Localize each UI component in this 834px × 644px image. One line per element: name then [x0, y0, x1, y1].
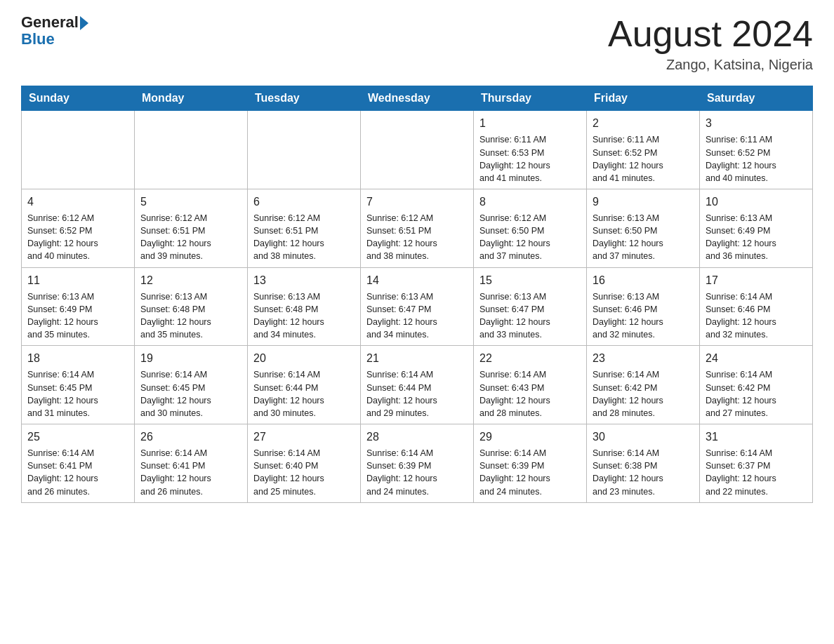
day-number: 2 — [593, 115, 694, 131]
day-info: Sunrise: 6:14 AM Sunset: 6:38 PM Dayligh… — [593, 447, 694, 498]
day-number: 8 — [479, 194, 581, 210]
col-header-tuesday: Tuesday — [248, 86, 361, 111]
calendar-cell: 23Sunrise: 6:14 AM Sunset: 6:42 PM Dayli… — [587, 346, 700, 424]
month-title: August 2024 — [608, 14, 813, 54]
day-info: Sunrise: 6:14 AM Sunset: 6:44 PM Dayligh… — [366, 368, 468, 420]
col-header-thursday: Thursday — [474, 86, 587, 111]
calendar-cell: 25Sunrise: 6:14 AM Sunset: 6:41 PM Dayli… — [22, 424, 135, 502]
day-info: Sunrise: 6:14 AM Sunset: 6:44 PM Dayligh… — [253, 368, 355, 420]
day-number: 25 — [27, 429, 128, 445]
calendar-cell: 30Sunrise: 6:14 AM Sunset: 6:38 PM Dayli… — [587, 424, 700, 502]
calendar-cell — [361, 111, 474, 189]
day-info: Sunrise: 6:12 AM Sunset: 6:51 PM Dayligh… — [253, 212, 355, 263]
day-number: 31 — [706, 429, 807, 445]
day-number: 11 — [27, 272, 128, 288]
day-number: 3 — [706, 115, 807, 131]
calendar-cell: 6Sunrise: 6:12 AM Sunset: 6:51 PM Daylig… — [248, 189, 361, 267]
col-header-wednesday: Wednesday — [361, 86, 474, 111]
day-info: Sunrise: 6:12 AM Sunset: 6:51 PM Dayligh… — [366, 212, 468, 263]
day-info: Sunrise: 6:11 AM Sunset: 6:52 PM Dayligh… — [706, 133, 807, 185]
day-info: Sunrise: 6:14 AM Sunset: 6:42 PM Dayligh… — [706, 368, 807, 420]
calendar-cell: 2Sunrise: 6:11 AM Sunset: 6:52 PM Daylig… — [587, 111, 700, 189]
calendar-cell: 24Sunrise: 6:14 AM Sunset: 6:42 PM Dayli… — [700, 346, 813, 424]
calendar-cell: 29Sunrise: 6:14 AM Sunset: 6:39 PM Dayli… — [474, 424, 587, 502]
day-info: Sunrise: 6:13 AM Sunset: 6:47 PM Dayligh… — [366, 290, 468, 342]
day-number: 27 — [253, 429, 355, 445]
day-info: Sunrise: 6:13 AM Sunset: 6:46 PM Dayligh… — [593, 290, 694, 342]
location-text: Zango, Katsina, Nigeria — [608, 57, 813, 73]
day-info: Sunrise: 6:14 AM Sunset: 6:45 PM Dayligh… — [140, 368, 241, 420]
calendar-week-row: 1Sunrise: 6:11 AM Sunset: 6:53 PM Daylig… — [22, 111, 813, 189]
calendar-cell: 7Sunrise: 6:12 AM Sunset: 6:51 PM Daylig… — [361, 189, 474, 267]
day-info: Sunrise: 6:11 AM Sunset: 6:53 PM Dayligh… — [479, 133, 581, 185]
day-info: Sunrise: 6:12 AM Sunset: 6:50 PM Dayligh… — [479, 212, 581, 263]
day-number: 1 — [479, 115, 581, 131]
calendar-cell: 28Sunrise: 6:14 AM Sunset: 6:39 PM Dayli… — [361, 424, 474, 502]
calendar-cell: 9Sunrise: 6:13 AM Sunset: 6:50 PM Daylig… — [587, 189, 700, 267]
day-info: Sunrise: 6:13 AM Sunset: 6:49 PM Dayligh… — [27, 290, 128, 342]
day-number: 21 — [366, 350, 468, 366]
day-info: Sunrise: 6:13 AM Sunset: 6:48 PM Dayligh… — [253, 290, 355, 342]
logo-text-general: General — [21, 14, 79, 31]
title-block: August 2024 Zango, Katsina, Nigeria — [608, 14, 813, 73]
calendar-cell: 20Sunrise: 6:14 AM Sunset: 6:44 PM Dayli… — [248, 346, 361, 424]
logo-text-blue: Blue — [21, 31, 88, 48]
logo-arrow-icon — [80, 16, 88, 30]
calendar-cell — [22, 111, 135, 189]
day-info: Sunrise: 6:14 AM Sunset: 6:45 PM Dayligh… — [27, 368, 128, 420]
day-number: 6 — [253, 194, 355, 210]
calendar-cell — [248, 111, 361, 189]
day-number: 20 — [253, 350, 355, 366]
calendar-cell: 3Sunrise: 6:11 AM Sunset: 6:52 PM Daylig… — [700, 111, 813, 189]
day-number: 12 — [140, 272, 241, 288]
calendar-cell: 17Sunrise: 6:14 AM Sunset: 6:46 PM Dayli… — [700, 267, 813, 346]
day-info: Sunrise: 6:14 AM Sunset: 6:42 PM Dayligh… — [593, 368, 694, 420]
calendar-cell: 11Sunrise: 6:13 AM Sunset: 6:49 PM Dayli… — [22, 267, 135, 346]
day-number: 14 — [366, 272, 468, 288]
day-number: 10 — [706, 194, 807, 210]
day-number: 7 — [366, 194, 468, 210]
day-info: Sunrise: 6:14 AM Sunset: 6:43 PM Dayligh… — [479, 368, 581, 420]
day-number: 24 — [706, 350, 807, 366]
calendar-cell — [135, 111, 248, 189]
calendar-cell: 13Sunrise: 6:13 AM Sunset: 6:48 PM Dayli… — [248, 267, 361, 346]
calendar-cell: 4Sunrise: 6:12 AM Sunset: 6:52 PM Daylig… — [22, 189, 135, 267]
day-number: 18 — [27, 350, 128, 366]
day-info: Sunrise: 6:13 AM Sunset: 6:50 PM Dayligh… — [593, 212, 694, 263]
calendar-week-row: 11Sunrise: 6:13 AM Sunset: 6:49 PM Dayli… — [22, 267, 813, 346]
calendar-cell: 21Sunrise: 6:14 AM Sunset: 6:44 PM Dayli… — [361, 346, 474, 424]
day-info: Sunrise: 6:14 AM Sunset: 6:41 PM Dayligh… — [27, 447, 128, 498]
calendar-cell: 5Sunrise: 6:12 AM Sunset: 6:51 PM Daylig… — [135, 189, 248, 267]
day-info: Sunrise: 6:14 AM Sunset: 6:40 PM Dayligh… — [253, 447, 355, 498]
calendar-cell: 16Sunrise: 6:13 AM Sunset: 6:46 PM Dayli… — [587, 267, 700, 346]
day-info: Sunrise: 6:13 AM Sunset: 6:49 PM Dayligh… — [706, 212, 807, 263]
day-info: Sunrise: 6:14 AM Sunset: 6:46 PM Dayligh… — [706, 290, 807, 342]
day-info: Sunrise: 6:12 AM Sunset: 6:52 PM Dayligh… — [27, 212, 128, 263]
page-header: General Blue August 2024 Zango, Katsina,… — [21, 14, 813, 73]
day-info: Sunrise: 6:12 AM Sunset: 6:51 PM Dayligh… — [140, 212, 241, 263]
calendar-week-row: 18Sunrise: 6:14 AM Sunset: 6:45 PM Dayli… — [22, 346, 813, 424]
day-number: 5 — [140, 194, 241, 210]
day-number: 9 — [593, 194, 694, 210]
day-info: Sunrise: 6:14 AM Sunset: 6:41 PM Dayligh… — [140, 447, 241, 498]
day-info: Sunrise: 6:13 AM Sunset: 6:48 PM Dayligh… — [140, 290, 241, 342]
col-header-saturday: Saturday — [700, 86, 813, 111]
col-header-monday: Monday — [135, 86, 248, 111]
calendar-cell: 14Sunrise: 6:13 AM Sunset: 6:47 PM Dayli… — [361, 267, 474, 346]
col-header-friday: Friday — [587, 86, 700, 111]
calendar-cell: 19Sunrise: 6:14 AM Sunset: 6:45 PM Dayli… — [135, 346, 248, 424]
day-info: Sunrise: 6:14 AM Sunset: 6:37 PM Dayligh… — [706, 447, 807, 498]
day-number: 26 — [140, 429, 241, 445]
day-info: Sunrise: 6:13 AM Sunset: 6:47 PM Dayligh… — [479, 290, 581, 342]
calendar-cell: 31Sunrise: 6:14 AM Sunset: 6:37 PM Dayli… — [700, 424, 813, 502]
day-info: Sunrise: 6:14 AM Sunset: 6:39 PM Dayligh… — [479, 447, 581, 498]
day-number: 16 — [593, 272, 694, 288]
calendar-cell: 27Sunrise: 6:14 AM Sunset: 6:40 PM Dayli… — [248, 424, 361, 502]
col-header-sunday: Sunday — [22, 86, 135, 111]
day-info: Sunrise: 6:14 AM Sunset: 6:39 PM Dayligh… — [366, 447, 468, 498]
calendar-cell: 18Sunrise: 6:14 AM Sunset: 6:45 PM Dayli… — [22, 346, 135, 424]
calendar-week-row: 25Sunrise: 6:14 AM Sunset: 6:41 PM Dayli… — [22, 424, 813, 502]
day-number: 13 — [253, 272, 355, 288]
day-number: 17 — [706, 272, 807, 288]
day-number: 22 — [479, 350, 581, 366]
